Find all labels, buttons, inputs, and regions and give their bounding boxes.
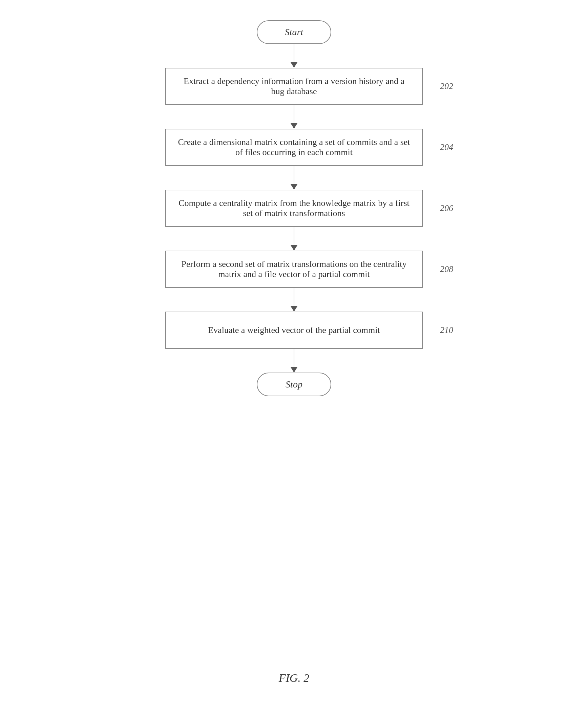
- label-202: 202: [440, 81, 453, 91]
- arrow-head-3: [291, 184, 297, 190]
- figure-caption: FIG. 2: [279, 672, 310, 685]
- arrow-line-1: [294, 44, 294, 62]
- process-row-206: Compute a centrality matrix from the kno…: [165, 190, 423, 227]
- arrow-5: [291, 288, 297, 312]
- diagram-container: Start Extract a dependency information f…: [0, 0, 588, 715]
- arrow-line-2: [294, 105, 294, 123]
- process-box-204: Create a dimensional matrix containing a…: [165, 129, 423, 166]
- process-box-202: Extract a dependency information from a …: [165, 68, 423, 105]
- label-210: 210: [440, 325, 453, 335]
- arrow-head-5: [291, 306, 297, 312]
- process-row-210: Evaluate a weighted vector of the partia…: [165, 312, 423, 349]
- start-label: Start: [285, 27, 303, 38]
- process-label-210: Evaluate a weighted vector of the partia…: [208, 325, 380, 335]
- process-row-202: Extract a dependency information from a …: [165, 68, 423, 105]
- figure-title: FIG. 2: [279, 672, 310, 684]
- process-box-210: Evaluate a weighted vector of the partia…: [165, 312, 423, 349]
- arrow-head-2: [291, 123, 297, 129]
- stop-terminal: Stop: [257, 373, 331, 396]
- arrow-line-5: [294, 288, 294, 306]
- arrow-3: [291, 166, 297, 190]
- label-208: 208: [440, 264, 453, 274]
- process-row-208: Perform a second set of matrix transform…: [165, 251, 423, 288]
- process-label-206: Compute a centrality matrix from the kno…: [176, 198, 412, 218]
- arrow-2: [291, 105, 297, 129]
- arrow-head-1: [291, 62, 297, 68]
- process-label-208: Perform a second set of matrix transform…: [176, 259, 412, 279]
- process-label-204: Create a dimensional matrix containing a…: [176, 137, 412, 157]
- process-label-202: Extract a dependency information from a …: [176, 76, 412, 97]
- process-box-206: Compute a centrality matrix from the kno…: [165, 190, 423, 227]
- arrow-line-4: [294, 227, 294, 245]
- start-terminal: Start: [257, 20, 331, 44]
- arrow-line-6: [294, 349, 294, 367]
- arrow-6: [291, 349, 297, 373]
- label-204: 204: [440, 142, 453, 152]
- stop-label: Stop: [286, 379, 302, 390]
- process-row-204: Create a dimensional matrix containing a…: [165, 129, 423, 166]
- label-206: 206: [440, 203, 453, 213]
- arrow-head-4: [291, 245, 297, 251]
- process-box-208: Perform a second set of matrix transform…: [165, 251, 423, 288]
- arrow-line-3: [294, 166, 294, 184]
- arrow-head-6: [291, 367, 297, 373]
- arrow-1: [291, 44, 297, 68]
- arrow-4: [291, 227, 297, 251]
